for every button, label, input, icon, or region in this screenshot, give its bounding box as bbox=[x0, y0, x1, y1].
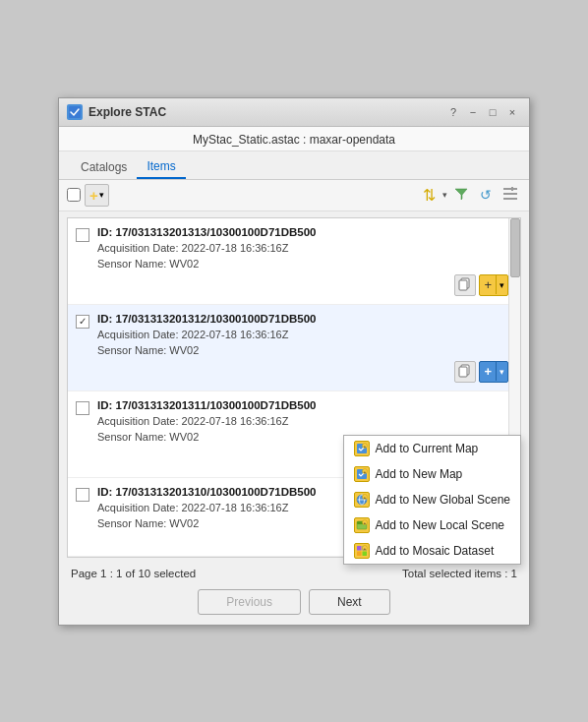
status-bar: Page 1 : 1 of 10 selected Total selected… bbox=[59, 564, 529, 583]
config-icon bbox=[502, 186, 518, 205]
item1-copy-button[interactable] bbox=[454, 274, 476, 296]
svg-rect-27 bbox=[357, 551, 362, 556]
add-current-icon: + bbox=[354, 441, 370, 456]
add-dropdown-chevron: ▾ bbox=[500, 280, 504, 290]
add-to-map-icon: + bbox=[484, 277, 492, 292]
tab-catalogs[interactable]: Catalogs bbox=[71, 155, 137, 179]
restore-button[interactable]: □ bbox=[484, 104, 501, 120]
dropdown-item-label: Add to New Map bbox=[376, 467, 463, 481]
toolbar: + ▾ ⇅ ▾ ↺ bbox=[59, 180, 529, 211]
scrollbar-thumb[interactable] bbox=[510, 218, 520, 277]
dropdown-add-mosaic[interactable]: + Add to Mosaic Dataset bbox=[344, 538, 520, 564]
svg-rect-28 bbox=[362, 551, 367, 556]
window-icon bbox=[67, 104, 83, 120]
sort-arrow: ▾ bbox=[442, 190, 447, 200]
item3-checkbox[interactable] bbox=[76, 401, 89, 415]
dropdown-add-local[interactable]: + Add to New Local Scene bbox=[344, 512, 520, 538]
item2-acquisition: Acquisition Date: 2022-07-18 16:36:16Z bbox=[97, 327, 512, 343]
item2-copy-button[interactable] bbox=[454, 361, 476, 383]
add-dropdown-arrow: ▾ bbox=[99, 190, 104, 200]
title-bar: Explore STAC ? − □ × bbox=[59, 98, 529, 127]
dropdown-item-label: Add to Mosaic Dataset bbox=[376, 544, 495, 558]
main-window: Explore STAC ? − □ × MyStac_Static.astac… bbox=[58, 97, 530, 626]
help-button[interactable]: ? bbox=[444, 104, 462, 120]
footer-buttons: Previous Next bbox=[59, 583, 529, 625]
item1-add-button[interactable]: + ▾ bbox=[479, 274, 508, 296]
item2-sensor: Sensor Name: WV02 bbox=[97, 342, 512, 359]
add-mosaic-icon: + bbox=[354, 543, 370, 559]
dropdown-add-current[interactable]: + Add to Current Map bbox=[344, 436, 520, 461]
add-split-button[interactable]: + ▾ bbox=[85, 184, 109, 207]
item2-checkbox[interactable] bbox=[76, 315, 89, 329]
next-button[interactable]: Next bbox=[309, 589, 390, 615]
dropdown-item-label: Add to New Global Scene bbox=[376, 493, 510, 507]
svg-rect-25 bbox=[357, 546, 362, 551]
dropdown-add-global[interactable]: + Add to New Global Scene bbox=[344, 487, 520, 512]
select-all-checkbox[interactable] bbox=[67, 188, 81, 202]
add-to-map-icon: + bbox=[484, 364, 492, 379]
svg-rect-8 bbox=[459, 367, 467, 377]
dropdown-menu: + Add to Current Map + Add to New Map bbox=[343, 435, 521, 565]
list-item: ID: 17/031313201312/10300100D71DB500 Acq… bbox=[68, 305, 520, 391]
add-local-icon: + bbox=[354, 517, 370, 533]
add-icon: + bbox=[89, 187, 98, 204]
total-selected: Total selected items : 1 bbox=[402, 568, 517, 579]
previous-button[interactable]: Previous bbox=[198, 589, 301, 615]
copy-icon bbox=[458, 364, 472, 380]
dropdown-add-new-map[interactable]: + Add to New Map bbox=[344, 461, 520, 487]
item1-acquisition: Acquisition Date: 2022-07-18 16:36:16Z bbox=[97, 240, 512, 257]
item4-checkbox[interactable] bbox=[76, 488, 89, 502]
svg-rect-4 bbox=[511, 187, 513, 191]
tabs-bar: Catalogs Items bbox=[59, 151, 529, 180]
item3-id: ID: 17/031313201311/10300100D71DB500 bbox=[97, 399, 512, 411]
title-buttons: ? − □ × bbox=[444, 104, 521, 120]
minimize-button[interactable]: − bbox=[464, 104, 482, 120]
item2-id: ID: 17/031313201312/10300100D71DB500 bbox=[97, 313, 512, 325]
list-item: ID: 17/031313201313/10300100D71DB500 Acq… bbox=[68, 218, 520, 305]
item1-checkbox[interactable] bbox=[76, 228, 89, 242]
svg-rect-3 bbox=[503, 198, 517, 200]
add-global-icon: + bbox=[354, 492, 370, 508]
dropdown-item-label: Add to Current Map bbox=[376, 442, 479, 455]
svg-rect-2 bbox=[503, 193, 517, 195]
toolbar-right: ⇅ ▾ ↺ bbox=[418, 184, 521, 206]
refresh-button[interactable]: ↺ bbox=[475, 184, 497, 206]
item1-sensor: Sensor Name: WV02 bbox=[97, 256, 512, 272]
copy-icon bbox=[458, 277, 472, 293]
refresh-icon: ↺ bbox=[480, 187, 492, 203]
item3-acquisition: Acquisition Date: 2022-07-18 16:36:16Z bbox=[97, 413, 512, 430]
add-dropdown-chevron-active: ▾ bbox=[500, 367, 504, 377]
filter-button[interactable] bbox=[450, 184, 472, 206]
add-new-map-icon: + bbox=[354, 466, 370, 482]
item1-id: ID: 17/031313201313/10300100D71DB500 bbox=[97, 226, 512, 238]
svg-rect-6 bbox=[459, 280, 467, 290]
page-info: Page 1 : 1 of 10 selected bbox=[71, 568, 196, 579]
window-title: Explore STAC bbox=[88, 105, 166, 119]
sort-button[interactable]: ⇅ bbox=[418, 184, 440, 206]
config-button[interactable] bbox=[500, 184, 521, 206]
filter-icon bbox=[453, 186, 469, 205]
close-button[interactable]: × bbox=[503, 104, 521, 120]
tab-items[interactable]: Items bbox=[137, 155, 185, 179]
dropdown-item-label: Add to New Local Scene bbox=[376, 518, 504, 532]
subtitle: MyStac_Static.astac : maxar-opendata bbox=[59, 127, 529, 151]
svg-rect-1 bbox=[503, 188, 517, 190]
sort-icon: ⇅ bbox=[423, 186, 436, 205]
item2-add-button[interactable]: + ▾ bbox=[479, 361, 508, 383]
